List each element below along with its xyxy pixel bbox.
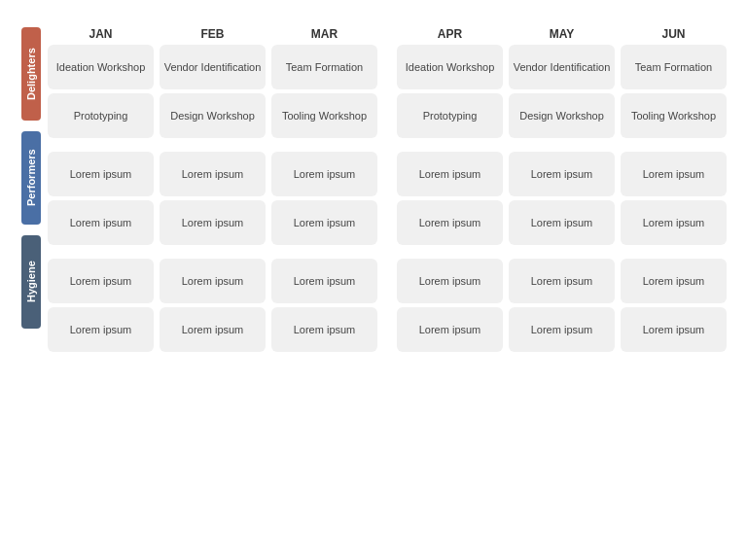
cell-hygiene-row1-q2-0: Lorem ipsum [397,307,503,352]
main-table: DelightersPerformersHygiene JANFEBMARAPR… [18,27,729,550]
cell-delighters-row0-q1-0: Ideation Workshop [48,45,154,89]
section-label-delighters: Delighters [18,27,45,121]
cell-performers-row1-q2-1: Lorem ipsum [509,200,615,245]
grid-section-performers: Lorem ipsumLorem ipsumLorem ipsumLorem i… [45,152,729,249]
row-label-text-delighters: Delighters [21,27,41,121]
row-labels: DelightersPerformersHygiene [18,27,45,550]
cell-performers-row0-q2-2: Lorem ipsum [621,152,727,196]
row-label-text-hygiene: Hygiene [21,235,41,329]
cell-performers-row1-q2-2: Lorem ipsum [621,200,727,245]
month-header-apr-q2: APR [394,27,506,41]
grid-row: Lorem ipsumLorem ipsumLorem ipsumLorem i… [45,307,729,352]
grid-section-delighters: Ideation WorkshopVendor IdentificationTe… [45,45,729,142]
cell-delighters-row1-q2-1: Design Workshop [509,93,615,138]
cell-delighters-row1-q1-0: Prototyping [48,93,154,138]
grid-row: Lorem ipsumLorem ipsumLorem ipsumLorem i… [45,259,729,303]
month-header-feb: FEB [157,27,268,41]
cell-hygiene-row1-q1-2: Lorem ipsum [271,307,377,352]
section-label-hygiene: Hygiene [18,235,45,329]
cell-delighters-row0-q1-2: Team Formation [271,45,377,89]
month-header-jan: JAN [45,27,157,41]
cell-performers-row1-q1-0: Lorem ipsum [48,200,154,245]
section-label-performers: Performers [18,131,45,225]
grid-row: PrototypingDesign WorkshopTooling Worksh… [45,93,729,138]
cell-hygiene-row1-q1-0: Lorem ipsum [48,307,154,352]
col-headers: JANFEBMARAPRMAYJUN [45,27,729,41]
cell-hygiene-row0-q1-1: Lorem ipsum [160,259,266,303]
cell-performers-row1-q1-2: Lorem ipsum [271,200,377,245]
cell-delighters-row0-q1-1: Vendor Identification [160,45,266,89]
cell-delighters-row1-q2-2: Tooling Workshop [621,93,727,138]
month-header-mar: MAR [268,27,380,41]
cell-hygiene-row0-q1-2: Lorem ipsum [271,259,377,303]
table-area: JANFEBMARAPRMAYJUN Ideation WorkshopVend… [45,27,729,550]
cell-delighters-row1-q1-1: Design Workshop [160,93,266,138]
cell-performers-row0-q1-1: Lorem ipsum [160,152,266,196]
cell-delighters-row0-q2-0: Ideation Workshop [397,45,503,89]
cell-hygiene-row1-q2-2: Lorem ipsum [621,307,727,352]
grid-section-hygiene: Lorem ipsumLorem ipsumLorem ipsumLorem i… [45,259,729,356]
cell-performers-row0-q2-1: Lorem ipsum [509,152,615,196]
grid-row: Ideation WorkshopVendor IdentificationTe… [45,45,729,89]
cell-hygiene-row1-q1-1: Lorem ipsum [160,307,266,352]
cell-performers-row0-q1-2: Lorem ipsum [271,152,377,196]
cell-hygiene-row0-q2-2: Lorem ipsum [621,259,727,303]
cell-delighters-row1-q2-0: Prototyping [397,93,503,138]
cell-performers-row0-q2-0: Lorem ipsum [397,152,503,196]
cell-performers-row1-q1-1: Lorem ipsum [160,200,266,245]
row-label-text-performers: Performers [21,131,41,225]
cell-delighters-row0-q2-1: Vendor Identification [509,45,615,89]
cell-performers-row1-q2-0: Lorem ipsum [397,200,503,245]
cell-delighters-row0-q2-2: Team Formation [621,45,727,89]
grid-row: Lorem ipsumLorem ipsumLorem ipsumLorem i… [45,152,729,196]
cell-delighters-row1-q1-2: Tooling Workshop [271,93,377,138]
cell-hygiene-row0-q2-0: Lorem ipsum [397,259,503,303]
cell-hygiene-row0-q2-1: Lorem ipsum [509,259,615,303]
month-header-may-q2: MAY [506,27,618,41]
cell-hygiene-row0-q1-0: Lorem ipsum [48,259,154,303]
cell-hygiene-row1-q2-1: Lorem ipsum [509,307,615,352]
cell-performers-row0-q1-0: Lorem ipsum [48,152,154,196]
month-header-jun-q2: JUN [618,27,729,41]
grid-row: Lorem ipsumLorem ipsumLorem ipsumLorem i… [45,200,729,245]
